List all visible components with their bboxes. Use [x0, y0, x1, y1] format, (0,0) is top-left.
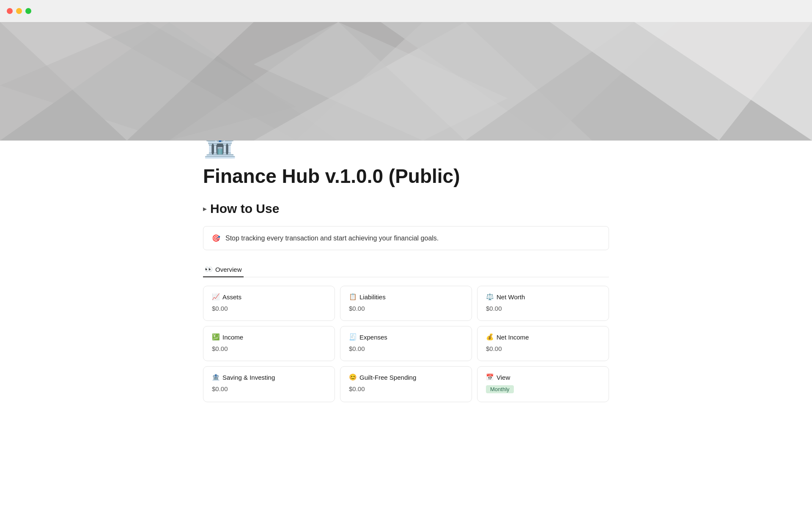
- view-badge-container: Monthly: [486, 385, 600, 393]
- card-view[interactable]: 📅 View Monthly: [477, 366, 609, 402]
- tabs-bar: 👀 Overview: [203, 262, 609, 277]
- tab-overview-label: Overview: [215, 266, 242, 273]
- guilt-free-spending-value: $0.00: [349, 385, 463, 392]
- card-view-title: 📅 View: [486, 373, 600, 381]
- card-net-worth-title: ⚖️ Net Worth: [486, 293, 600, 301]
- tab-overview-icon: 👀: [205, 265, 213, 273]
- guilt-free-spending-icon: 😊: [349, 373, 357, 381]
- card-guilt-free-spending[interactable]: 😊 Guilt-Free Spending $0.00: [340, 366, 472, 402]
- hero-banner: [0, 22, 812, 141]
- card-expenses-title: 🧾 Expenses: [349, 333, 463, 341]
- guilt-free-spending-label: Guilt-Free Spending: [359, 374, 416, 381]
- income-icon: 💹: [212, 333, 220, 341]
- net-income-icon: 💰: [486, 333, 494, 341]
- card-income[interactable]: 💹 Income $0.00: [203, 326, 335, 361]
- info-box: 🎯 Stop tracking every transaction and st…: [203, 226, 609, 250]
- card-guilt-free-spending-title: 😊 Guilt-Free Spending: [349, 373, 463, 381]
- card-assets[interactable]: 📈 Assets $0.00: [203, 286, 335, 321]
- card-net-income-title: 💰 Net Income: [486, 333, 600, 341]
- card-expenses[interactable]: 🧾 Expenses $0.00: [340, 326, 472, 361]
- assets-label: Assets: [222, 293, 241, 301]
- cards-grid: 📈 Assets $0.00 📋 Liabilities $0.00 ⚖️ Ne…: [203, 286, 609, 402]
- saving-investing-icon: 🏦: [212, 373, 220, 381]
- view-monthly-badge[interactable]: Monthly: [486, 385, 514, 393]
- title-bar: [0, 0, 812, 22]
- card-assets-title: 📈 Assets: [212, 293, 326, 301]
- tab-overview[interactable]: 👀 Overview: [203, 262, 244, 277]
- section-heading: How to Use: [210, 202, 279, 216]
- saving-investing-value: $0.00: [212, 385, 326, 392]
- main-content: 🏦 Finance Hub v.1.0.0 (Public) ▸ How to …: [186, 128, 626, 436]
- card-net-worth[interactable]: ⚖️ Net Worth $0.00: [477, 286, 609, 321]
- card-saving-investing-title: 🏦 Saving & Investing: [212, 373, 326, 381]
- net-income-label: Net Income: [497, 334, 529, 341]
- info-box-text: Stop tracking every transaction and star…: [225, 235, 439, 242]
- liabilities-value: $0.00: [349, 305, 463, 312]
- expenses-icon: 🧾: [349, 333, 357, 341]
- page-title: Finance Hub v.1.0.0 (Public): [203, 165, 609, 188]
- assets-value: $0.00: [212, 305, 326, 312]
- net-income-value: $0.00: [486, 345, 600, 352]
- card-net-income[interactable]: 💰 Net Income $0.00: [477, 326, 609, 361]
- view-icon: 📅: [486, 373, 494, 381]
- expenses-value: $0.00: [349, 345, 463, 352]
- net-worth-value: $0.00: [486, 305, 600, 312]
- card-saving-investing[interactable]: 🏦 Saving & Investing $0.00: [203, 366, 335, 402]
- card-liabilities-title: 📋 Liabilities: [349, 293, 463, 301]
- info-box-icon: 🎯: [212, 234, 220, 242]
- expenses-label: Expenses: [359, 334, 387, 341]
- view-label: View: [497, 374, 510, 381]
- assets-icon: 📈: [212, 293, 220, 301]
- card-liabilities[interactable]: 📋 Liabilities $0.00: [340, 286, 472, 321]
- income-label: Income: [222, 334, 243, 341]
- net-worth-label: Net Worth: [497, 293, 525, 301]
- income-value: $0.00: [212, 345, 326, 352]
- card-income-title: 💹 Income: [212, 333, 326, 341]
- toggle-arrow: ▸: [203, 204, 207, 213]
- net-worth-icon: ⚖️: [486, 293, 494, 301]
- close-button[interactable]: [7, 8, 13, 14]
- liabilities-label: Liabilities: [359, 293, 386, 301]
- maximize-button[interactable]: [25, 8, 31, 14]
- liabilities-icon: 📋: [349, 293, 357, 301]
- saving-investing-label: Saving & Investing: [222, 374, 275, 381]
- how-to-use-toggle[interactable]: ▸ How to Use: [203, 202, 609, 216]
- minimize-button[interactable]: [16, 8, 22, 14]
